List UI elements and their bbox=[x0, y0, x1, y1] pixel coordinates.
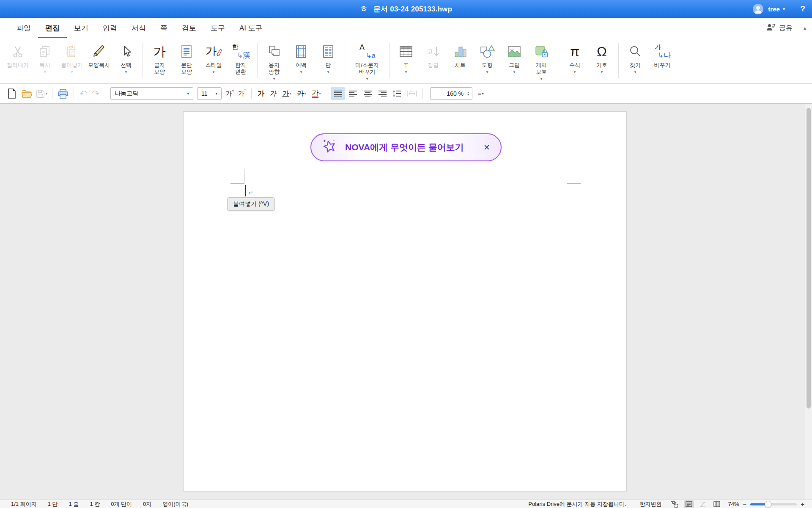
font-color-swatch bbox=[312, 97, 318, 98]
redo-button[interactable]: ↷ bbox=[90, 87, 101, 100]
ribbon-item-letter-case[interactable]: A ↳a 대/소문자바꾸기 ▾ bbox=[348, 38, 386, 83]
user-avatar[interactable] bbox=[752, 3, 764, 15]
line-spacing-button[interactable] bbox=[390, 87, 404, 100]
new-document-button[interactable] bbox=[5, 87, 19, 100]
dropdown-caret-icon: ▾ bbox=[215, 91, 217, 96]
ribbon-group-page: 용지방향 ▾ 여백 ▾ 단 ▾ bbox=[261, 38, 342, 83]
toolbar-divider bbox=[52, 88, 52, 99]
menu-file[interactable]: 파일 bbox=[9, 18, 38, 38]
ribbon-item-paste[interactable]: 붙여넣기 ▾ bbox=[58, 38, 85, 83]
user-menu-caret-icon[interactable]: ▾ bbox=[783, 6, 785, 12]
menu-review[interactable]: 검토 bbox=[175, 18, 203, 38]
vertical-scrollbar-thumb[interactable] bbox=[807, 108, 811, 409]
zoom-slider[interactable] bbox=[750, 501, 797, 508]
paste-tooltip: 붙여넣기 (^V) bbox=[227, 197, 275, 211]
ribbon-item-sort[interactable]: 고 정렬 bbox=[420, 38, 447, 83]
margins-icon bbox=[295, 41, 307, 62]
font-size-decrease-button[interactable]: 가ˇ bbox=[236, 87, 247, 100]
document-page[interactable] bbox=[184, 112, 626, 491]
status-line-info: 1 줄 bbox=[69, 500, 79, 508]
zoom-slider-thumb[interactable] bbox=[765, 501, 771, 508]
ribbon-item-char-shape[interactable]: 가 글자모양 bbox=[146, 38, 173, 83]
ribbon-divider bbox=[143, 43, 143, 78]
nova-assistant-banner[interactable]: NOVA에게 무엇이든 물어보기 × bbox=[310, 133, 502, 161]
bold-button[interactable]: 가 bbox=[255, 87, 266, 100]
menu-edit[interactable]: 편집 bbox=[38, 18, 67, 38]
zoom-level-spinner[interactable]: 160 % ▲▼ bbox=[430, 87, 472, 100]
help-button[interactable]: ? bbox=[800, 4, 805, 14]
ribbon-item-paper-orientation[interactable]: 용지방향 ▾ bbox=[261, 38, 288, 83]
font-name-select[interactable]: 나눔고딕 ▾ bbox=[110, 87, 193, 100]
align-left-icon bbox=[349, 91, 357, 97]
zoom-in-button[interactable]: + bbox=[801, 500, 804, 508]
toolbar-divider bbox=[74, 88, 74, 99]
user-name[interactable]: tree bbox=[768, 6, 780, 13]
ribbon-item-copy[interactable]: 복사 ▾ bbox=[31, 38, 58, 83]
ribbon-item-columns[interactable]: 단 ▾ bbox=[315, 38, 342, 83]
hanja-convert-button[interactable]: 한자변환 bbox=[639, 500, 661, 508]
font-size-select[interactable]: 11 ▾ bbox=[197, 87, 222, 100]
collapse-ribbon-button[interactable]: ▴ bbox=[804, 25, 806, 31]
menu-tools[interactable]: 도구 bbox=[203, 18, 232, 38]
zoom-out-button[interactable]: − bbox=[743, 500, 746, 508]
ribbon-item-replace[interactable]: 가 ↳나 바꾸기 bbox=[649, 38, 676, 83]
web-view-button[interactable] bbox=[698, 500, 708, 508]
dropdown-caret-icon: ▾ bbox=[71, 70, 73, 74]
scissors-icon bbox=[11, 41, 25, 62]
ribbon-item-shapes[interactable]: 도형 ▾ bbox=[474, 38, 501, 83]
align-justify-button[interactable] bbox=[331, 87, 345, 100]
ribbon-item-cut[interactable]: 잘라내기 bbox=[4, 38, 31, 83]
print-layout-view-button[interactable] bbox=[684, 500, 694, 508]
align-center-button[interactable] bbox=[361, 87, 374, 100]
document-area[interactable]: ↵ 붙여넣기 (^V) NOVA에게 무엇이든 물어보기 × bbox=[0, 104, 812, 500]
ribbon-item-format-painter[interactable]: 모양복사 bbox=[85, 38, 112, 83]
share-button[interactable]: 공유 bbox=[766, 23, 793, 33]
undo-button[interactable]: ↶ bbox=[78, 87, 89, 100]
save-button[interactable]: ▾ bbox=[35, 87, 48, 100]
status-language[interactable]: 영어(미국) bbox=[162, 500, 188, 508]
ribbon-divider bbox=[345, 43, 345, 78]
ribbon-item-equation[interactable]: π 수식 ▾ bbox=[561, 38, 588, 83]
menu-format[interactable]: 서식 bbox=[124, 18, 153, 38]
zoom-percent-value: 74% bbox=[728, 501, 739, 507]
ribbon-item-picture[interactable]: 그림 ▾ bbox=[501, 38, 528, 83]
autosave-sync-icon[interactable] bbox=[669, 500, 680, 508]
vertical-scrollbar-track[interactable] bbox=[805, 104, 812, 500]
open-document-button[interactable] bbox=[20, 87, 33, 100]
strikethrough-button[interactable]: 가▾ bbox=[295, 87, 308, 100]
ribbon-item-chart[interactable]: 차트 bbox=[447, 38, 474, 83]
char-shape-icon: 가 bbox=[153, 41, 166, 62]
ribbon-item-paragraph-shape[interactable]: 문단모양 bbox=[173, 38, 200, 83]
ribbon-item-select[interactable]: 선택 ▾ bbox=[112, 38, 140, 83]
ribbon-group-text: 가 글자모양 문단모양 가 스타일 ▾ bbox=[146, 38, 254, 83]
menu-insert[interactable]: 입력 bbox=[96, 18, 124, 38]
char-spacing-button[interactable]: abc bbox=[405, 87, 419, 100]
menu-ai-tools[interactable]: AI 도구 bbox=[232, 18, 270, 38]
ribbon-item-table[interactable]: 표 ▾ bbox=[392, 38, 420, 83]
underline-caret-icon: ▾ bbox=[289, 92, 291, 96]
share-label: 공유 bbox=[779, 24, 793, 33]
ribbon-item-hanja-convert[interactable]: 한 ↳漢 한자변환 bbox=[227, 38, 254, 83]
menu-view[interactable]: 보기 bbox=[67, 18, 96, 38]
ribbon-item-find[interactable]: 찾기 ▾ bbox=[622, 38, 649, 83]
svg-text:abc: abc bbox=[410, 90, 414, 93]
two-page-view-button[interactable] bbox=[712, 500, 722, 508]
title-bar: ㅎ 문서 03-24 205133.hwp tree ▾ ? bbox=[0, 0, 812, 18]
ribbon-item-margins[interactable]: 여백 ▾ bbox=[288, 38, 315, 83]
ribbon-item-style[interactable]: 가 스타일 ▾ bbox=[200, 38, 227, 83]
picture-icon bbox=[507, 41, 521, 62]
font-color-button[interactable]: 가 ▾ bbox=[310, 87, 323, 100]
italic-button[interactable]: 가 bbox=[268, 87, 279, 100]
print-button[interactable] bbox=[56, 87, 70, 100]
ribbon-item-object-protect[interactable]: 개체보호 ▾ bbox=[528, 38, 555, 83]
menu-page[interactable]: 쪽 bbox=[153, 18, 175, 38]
underline-button[interactable]: 가▾ bbox=[280, 87, 294, 100]
align-center-icon bbox=[364, 91, 372, 97]
align-right-button[interactable] bbox=[376, 87, 389, 100]
ribbon-item-symbol[interactable]: Ω 기호 ▾ bbox=[588, 38, 615, 83]
font-size-increase-button[interactable]: 가^ bbox=[224, 87, 235, 100]
toolbar-options-button[interactable]: ≡ ▾ bbox=[478, 91, 484, 97]
dropdown-caret-icon: ▾ bbox=[44, 70, 46, 74]
nova-close-button[interactable]: × bbox=[484, 142, 490, 152]
align-left-button[interactable] bbox=[346, 87, 359, 100]
